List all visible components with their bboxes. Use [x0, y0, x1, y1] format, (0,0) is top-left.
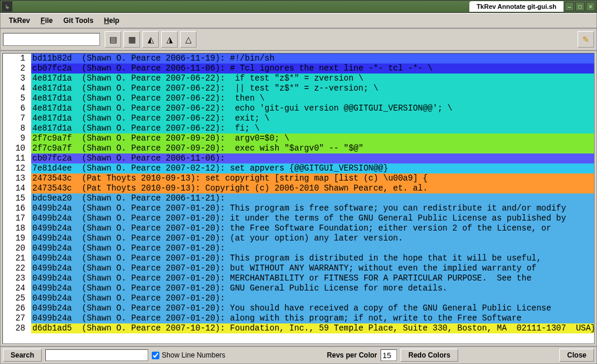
- menubar: TkRevFileGit ToolsHelp: [0, 13, 597, 28]
- line-content: 4e817d1a (Shawn O. Pearce 2007-06-22): |…: [31, 84, 594, 93]
- tri-outline-icon-button[interactable]: △: [180, 31, 196, 48]
- line-content: 2473543c (Pat Thoyts 2010-09-13): Copyri…: [31, 183, 594, 193]
- code-line[interactable]: 11cb07fc2a (Shawn O. Pearce 2006-11-06):: [3, 153, 594, 163]
- code-line[interactable]: 44e817d1a (Shawn O. Pearce 2007-06-22): …: [3, 84, 594, 93]
- code-line[interactable]: 127e81d4ee (Shawn O. Pearce 2007-02-12):…: [3, 163, 594, 173]
- code-line[interactable]: 180499b24a (Shawn O. Pearce 2007-01-20):…: [3, 223, 594, 233]
- line-content: 2f7c9a7f (Shawn O. Pearce 2007-09-20): a…: [31, 133, 594, 143]
- code-line[interactable]: 230499b24a (Shawn O. Pearce 2007-01-20):…: [3, 273, 594, 283]
- line-number: 24: [3, 283, 31, 293]
- line-content: 0499b24a (Shawn O. Pearce 2007-01-20): i…: [31, 213, 594, 223]
- line-content: 0499b24a (Shawn O. Pearce 2007-01-20): b…: [31, 263, 594, 273]
- line-number: 25: [3, 293, 31, 303]
- close-window-button[interactable]: ×: [586, 2, 595, 11]
- code-line[interactable]: 28d6db1ad5 (Shawn O. Pearce 2007-10-12):…: [3, 323, 594, 333]
- line-number: 17: [3, 213, 31, 223]
- code-line[interactable]: 142473543c (Pat Thoyts 2010-09-13): Copy…: [3, 183, 594, 193]
- line-number: 19: [3, 233, 31, 243]
- menu-tkrev[interactable]: TkRev: [4, 15, 35, 26]
- menu-git-tools[interactable]: Git Tools: [59, 15, 98, 26]
- line-number: 16: [3, 203, 31, 213]
- doc2-icon-button[interactable]: ▦: [124, 31, 140, 48]
- doc1-icon-button[interactable]: ▤: [105, 31, 121, 48]
- close-button[interactable]: Close: [559, 349, 594, 362]
- content-area: 1bd11b82d (Shawn O. Pearce 2006-11-19): …: [0, 51, 597, 346]
- line-content: 0499b24a (Shawn O. Pearce 2007-01-20): Y…: [31, 303, 594, 313]
- line-content: 4e817d1a (Shawn O. Pearce 2007-06-22): e…: [31, 103, 594, 113]
- code-line[interactable]: 250499b24a (Shawn O. Pearce 2007-01-20):: [3, 293, 594, 303]
- line-number: 20: [3, 243, 31, 253]
- menu-file[interactable]: File: [36, 15, 58, 26]
- line-number: 13: [3, 173, 31, 183]
- tri-blue-icon-button[interactable]: ◭: [142, 31, 159, 48]
- line-number: 11: [3, 153, 31, 163]
- code-line[interactable]: 190499b24a (Shawn O. Pearce 2007-01-20):…: [3, 233, 594, 243]
- code-line[interactable]: 260499b24a (Shawn O. Pearce 2007-01-20):…: [3, 303, 594, 313]
- line-content: 4e817d1a (Shawn O. Pearce 2007-06-22): f…: [31, 123, 594, 133]
- code-line[interactable]: 34e817d1a (Shawn O. Pearce 2007-06-22): …: [3, 74, 594, 84]
- line-content: 0499b24a (Shawn O. Pearce 2007-01-20): t…: [31, 223, 594, 233]
- line-content: 0499b24a (Shawn O. Pearce 2007-01-20):: [31, 293, 594, 303]
- code-line[interactable]: 270499b24a (Shawn O. Pearce 2007-01-20):…: [3, 313, 594, 323]
- redo-colors-button[interactable]: Redo Colors: [401, 349, 458, 362]
- code-line[interactable]: 160499b24a (Shawn O. Pearce 2007-01-20):…: [3, 203, 594, 213]
- folder-edit-icon: ✎: [582, 35, 589, 44]
- annotate-view[interactable]: 1bd11b82d (Shawn O. Pearce 2006-11-19): …: [2, 53, 595, 344]
- code-line[interactable]: 102f7c9a7f (Shawn O. Pearce 2007-09-20):…: [3, 143, 594, 153]
- code-line[interactable]: 170499b24a (Shawn O. Pearce 2007-01-20):…: [3, 213, 594, 223]
- doc2-icon: ▦: [128, 35, 136, 44]
- line-content: 0499b24a (Shawn O. Pearce 2007-01-20):: [31, 243, 594, 253]
- code-line[interactable]: 240499b24a (Shawn O. Pearce 2007-01-20):…: [3, 283, 594, 293]
- line-number: 14: [3, 183, 31, 193]
- line-content: 2473543c (Pat Thoyts 2010-09-13): set co…: [31, 173, 594, 183]
- minimize-button[interactable]: –: [565, 2, 574, 11]
- toolbar-search-input[interactable]: [3, 33, 100, 46]
- search-button[interactable]: Search: [3, 349, 42, 362]
- line-content: 0499b24a (Shawn O. Pearce 2007-01-20): (…: [31, 233, 594, 243]
- show-line-numbers-checkbox[interactable]: [152, 352, 159, 359]
- code-line[interactable]: 2cb07fc2a (Shawn O. Pearce 2006-11-06): …: [3, 64, 594, 74]
- line-number: 5: [3, 93, 31, 103]
- code-line[interactable]: 54e817d1a (Shawn O. Pearce 2007-06-22): …: [3, 93, 594, 103]
- line-number: 15: [3, 193, 31, 203]
- search-input[interactable]: [45, 349, 148, 361]
- line-content: 0499b24a (Shawn O. Pearce 2007-01-20): T…: [31, 203, 594, 213]
- maximize-button[interactable]: □: [575, 2, 585, 11]
- code-line[interactable]: 74e817d1a (Shawn O. Pearce 2007-06-22): …: [3, 113, 594, 123]
- tri-red-icon: ◮: [166, 35, 173, 44]
- line-number: 1: [3, 54, 31, 64]
- line-number: 23: [3, 273, 31, 283]
- line-content: cb07fc2a (Shawn O. Pearce 2006-11-06):: [31, 153, 594, 163]
- code-line[interactable]: 92f7c9a7f (Shawn O. Pearce 2007-09-20): …: [3, 133, 594, 143]
- line-content: 4e817d1a (Shawn O. Pearce 2007-06-22): t…: [31, 93, 594, 103]
- line-content: cb07fc2a (Shawn O. Pearce 2006-11-06): #…: [31, 64, 594, 74]
- line-number: 7: [3, 113, 31, 123]
- code-line[interactable]: 84e817d1a (Shawn O. Pearce 2007-06-22): …: [3, 123, 594, 133]
- line-number: 4: [3, 84, 31, 93]
- folder-edit-button[interactable]: ✎: [578, 31, 594, 48]
- tri-outline-icon: △: [185, 35, 192, 44]
- line-content: 0499b24a (Shawn O. Pearce 2007-01-20): G…: [31, 283, 594, 293]
- tri-red-icon-button[interactable]: ◮: [161, 31, 178, 48]
- show-line-numbers-toggle[interactable]: Show Line Numbers: [152, 351, 225, 359]
- code-line[interactable]: 210499b24a (Shawn O. Pearce 2007-01-20):…: [3, 253, 594, 263]
- line-content: 4e817d1a (Shawn O. Pearce 2007-06-22): e…: [31, 113, 594, 123]
- line-number: 6: [3, 103, 31, 113]
- code-line[interactable]: 15bdc9ea20 (Shawn O. Pearce 2006-11-21):: [3, 193, 594, 203]
- app-icon: ↳: [2, 1, 12, 12]
- code-line[interactable]: 1bd11b82d (Shawn O. Pearce 2006-11-19): …: [3, 54, 594, 64]
- line-number: 28: [3, 323, 31, 333]
- code-line[interactable]: 132473543c (Pat Thoyts 2010-09-13): set …: [3, 173, 594, 183]
- line-content: 4e817d1a (Shawn O. Pearce 2007-06-22): i…: [31, 74, 594, 84]
- menu-help[interactable]: Help: [99, 15, 124, 26]
- toolbar: ▤▦◭◮△ ✎: [0, 28, 597, 51]
- revs-per-color-input[interactable]: [381, 349, 397, 361]
- code-line[interactable]: 220499b24a (Shawn O. Pearce 2007-01-20):…: [3, 263, 594, 273]
- line-content: 0499b24a (Shawn O. Pearce 2007-01-20): M…: [31, 273, 594, 283]
- line-number: 22: [3, 263, 31, 273]
- window-title: TkRev Annotate git-gui.sh: [469, 1, 563, 12]
- code-line[interactable]: 64e817d1a (Shawn O. Pearce 2007-06-22): …: [3, 103, 594, 113]
- code-line[interactable]: 200499b24a (Shawn O. Pearce 2007-01-20):: [3, 243, 594, 253]
- line-content: d6db1ad5 (Shawn O. Pearce 2007-10-12): F…: [31, 323, 595, 333]
- show-line-numbers-label: Show Line Numbers: [162, 351, 225, 359]
